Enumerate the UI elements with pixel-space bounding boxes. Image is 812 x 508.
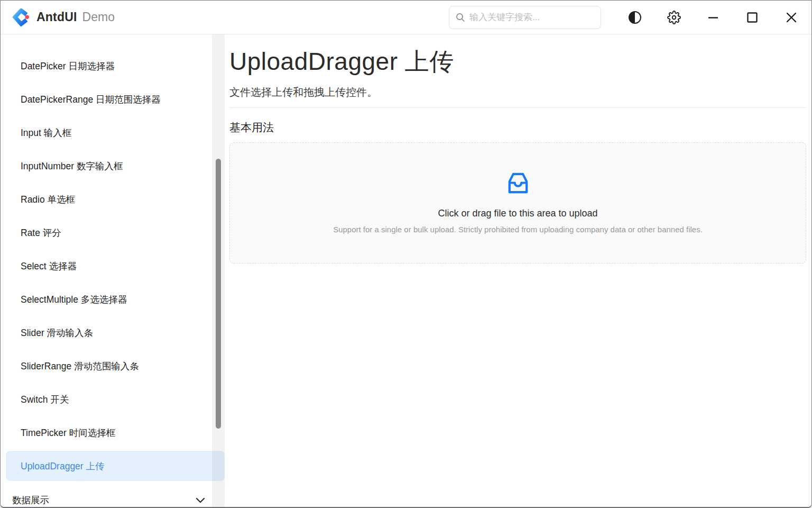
app-logo-icon [12, 8, 30, 26]
theme-half-circle-icon [628, 11, 642, 24]
upload-dragger[interactable]: Click or drag file to this area to uploa… [229, 142, 806, 264]
sidebar-item-timepicker[interactable]: TimePicker 时间选择框 [1, 416, 225, 449]
section-heading-basic-usage: 基本用法 [229, 120, 806, 135]
sidebar-item-input[interactable]: Input 输入框 [1, 116, 225, 149]
close-icon [785, 11, 798, 24]
sidebar: DatePicker 日期选择器DatePickerRange 日期范围选择器I… [1, 34, 225, 507]
upload-main-text: Click or drag file to this area to uploa… [438, 208, 597, 219]
page-description: 文件选择上传和拖拽上传控件。 [229, 85, 806, 99]
sidebar-item-inputnumber[interactable]: InputNumber 数字输入框 [1, 149, 225, 183]
chevron-down-icon [194, 494, 207, 506]
maximize-button[interactable] [740, 5, 765, 30]
search-input[interactable] [469, 12, 594, 23]
theme-toggle-button[interactable] [622, 5, 648, 30]
app-subtitle: Demo [82, 10, 115, 24]
sidebar-item-select[interactable]: Select 选择器 [1, 249, 225, 283]
sidebar-item-sliderrange[interactable]: SliderRange 滑动范围输入条 [1, 349, 225, 383]
sidebar-item-datepickerrange[interactable]: DatePickerRange 日期范围选择器 [1, 83, 225, 116]
sidebar-item-switch[interactable]: Switch 开关 [1, 383, 225, 416]
sidebar-item-rate[interactable]: Rate 评分 [1, 216, 225, 249]
divider [229, 107, 806, 108]
sidebar-item-datepicker[interactable]: DatePicker 日期选择器 [1, 49, 225, 83]
sidebar-item-uploaddragger[interactable]: UploadDragger 上传 [6, 451, 225, 481]
app-name: AntdUI [36, 10, 77, 24]
gear-icon [667, 11, 681, 24]
titlebar-buttons [608, 5, 804, 30]
main-content: UploadDragger 上传 文件选择上传和拖拽上传控件。 基本用法 Cli… [225, 34, 811, 507]
maximize-icon [745, 11, 759, 24]
sidebar-group-label: 数据展示 [12, 494, 49, 506]
sidebar-group-data-display[interactable]: 数据展示 [1, 483, 225, 507]
upload-hint-text: Support for a single or bulk upload. Str… [333, 225, 703, 234]
page-title: UploadDragger 上传 [229, 46, 806, 78]
sidebar-nav-list: DatePicker 日期选择器DatePickerRange 日期范围选择器I… [1, 34, 225, 481]
app-title: AntdUI Demo [36, 10, 115, 24]
inbox-icon [506, 172, 530, 194]
search-box[interactable] [449, 6, 601, 29]
close-button[interactable] [779, 5, 804, 30]
titlebar: AntdUI Demo [1, 1, 811, 34]
settings-button[interactable] [661, 5, 687, 30]
app-window: AntdUI Demo [0, 0, 812, 508]
search-icon [456, 13, 465, 22]
minimize-icon [706, 11, 720, 24]
sidebar-item-selectmultiple[interactable]: SelectMultiple 多选选择器 [1, 283, 225, 316]
sidebar-item-radio[interactable]: Radio 单选框 [1, 183, 225, 216]
minimize-button[interactable] [700, 5, 726, 30]
sidebar-item-slider[interactable]: Slider 滑动输入条 [1, 316, 225, 349]
